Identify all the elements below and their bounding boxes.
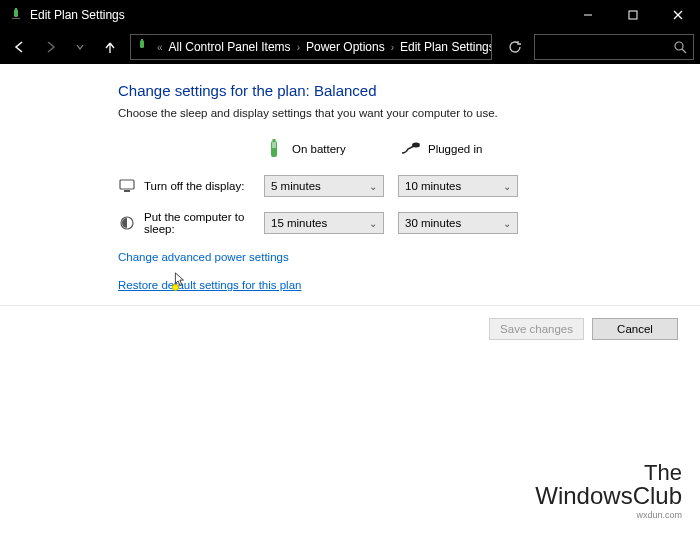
svg-rect-7 <box>140 40 144 48</box>
watermark-sub: wxdun.com <box>535 510 682 520</box>
chevron-down-icon: ⌄ <box>503 181 511 192</box>
display-icon <box>118 177 136 195</box>
svg-rect-1 <box>15 8 17 10</box>
svg-rect-8 <box>141 39 143 41</box>
sleep-row: Put the computer to sleep: 15 minutes⌄ 3… <box>118 211 700 235</box>
page-heading: Change settings for the plan: Balanced <box>118 82 700 99</box>
display-label: Turn off the display: <box>144 180 264 192</box>
window-title: Edit Plan Settings <box>30 8 565 22</box>
chevron-down-icon: ⌄ <box>503 218 511 229</box>
chevron-right-icon: « <box>153 42 167 53</box>
watermark-line1: The <box>535 462 682 484</box>
sleep-battery-dropdown[interactable]: 15 minutes⌄ <box>264 212 384 234</box>
title-bar: Edit Plan Settings <box>0 0 700 30</box>
sleep-icon <box>118 214 136 232</box>
svg-rect-17 <box>120 180 134 189</box>
sleep-plugged-dropdown[interactable]: 30 minutes⌄ <box>398 212 518 234</box>
svg-rect-12 <box>273 139 276 142</box>
battery-icon <box>264 137 284 161</box>
sleep-label: Put the computer to sleep: <box>144 211 264 235</box>
svg-rect-0 <box>14 9 18 17</box>
recent-dropdown-icon[interactable] <box>66 33 94 61</box>
plugged-column-header: Plugged in <box>400 137 530 161</box>
svg-rect-18 <box>124 190 130 192</box>
svg-rect-4 <box>629 11 637 19</box>
column-headers: On battery Plugged in <box>118 137 700 161</box>
control-panel-icon <box>135 39 151 55</box>
battery-column-header: On battery <box>264 137 394 161</box>
svg-rect-2 <box>12 18 20 19</box>
battery-label: On battery <box>292 143 346 155</box>
plug-icon <box>400 137 420 161</box>
advanced-settings-link[interactable]: Change advanced power settings <box>118 251 700 263</box>
svg-line-15 <box>419 143 420 144</box>
page-subtext: Choose the sleep and display settings th… <box>118 107 700 119</box>
svg-point-9 <box>675 42 683 50</box>
cancel-button[interactable]: Cancel <box>592 318 678 340</box>
chevron-down-icon: ⌄ <box>369 218 377 229</box>
watermark-line2: WindowsClub <box>535 484 682 508</box>
window: Edit Plan Settings « All Control Panel I… <box>0 0 700 534</box>
maximize-button[interactable] <box>610 0 655 30</box>
refresh-button[interactable] <box>502 34 528 60</box>
address-bar[interactable]: « All Control Panel Items › Power Option… <box>130 34 492 60</box>
restore-defaults-link[interactable]: Restore default settings for this plan <box>118 279 700 291</box>
svg-rect-13 <box>272 142 276 148</box>
breadcrumb-item[interactable]: All Control Panel Items <box>167 40 293 54</box>
save-button: Save changes <box>489 318 584 340</box>
back-button[interactable] <box>6 33 34 61</box>
svg-point-14 <box>412 143 420 148</box>
chevron-down-icon: ⌄ <box>369 181 377 192</box>
minimize-button[interactable] <box>565 0 610 30</box>
svg-line-10 <box>682 49 686 53</box>
display-battery-dropdown[interactable]: 5 minutes⌄ <box>264 175 384 197</box>
breadcrumb-item[interactable]: Power Options <box>304 40 387 54</box>
display-plugged-dropdown[interactable]: 10 minutes⌄ <box>398 175 518 197</box>
chevron-right-icon: › <box>293 42 304 53</box>
plugged-label: Plugged in <box>428 143 482 155</box>
up-button[interactable] <box>96 33 124 61</box>
nav-bar: « All Control Panel Items › Power Option… <box>0 30 700 64</box>
app-icon <box>8 7 24 23</box>
chevron-right-icon: › <box>387 42 398 53</box>
content-area: Change settings for the plan: Balanced C… <box>0 64 700 340</box>
display-row: Turn off the display: 5 minutes⌄ 10 minu… <box>118 175 700 197</box>
search-box[interactable] <box>534 34 694 60</box>
watermark: The WindowsClub wxdun.com <box>535 462 682 520</box>
button-row: Save changes Cancel <box>0 306 700 340</box>
search-icon <box>674 41 687 54</box>
breadcrumb-item[interactable]: Edit Plan Settings <box>398 40 492 54</box>
close-button[interactable] <box>655 0 700 30</box>
forward-button[interactable] <box>36 33 64 61</box>
